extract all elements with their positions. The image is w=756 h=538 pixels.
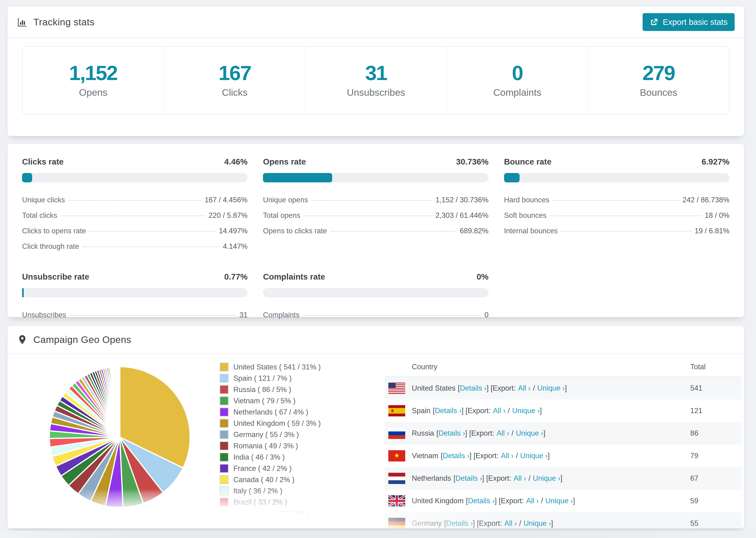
geo-pie-chart[interactable] bbox=[43, 360, 196, 513]
export-all-link[interactable]: All › bbox=[514, 474, 526, 482]
legend-label: Brazil ( 33 / 2% ) bbox=[233, 498, 287, 507]
country-total: 121 bbox=[690, 406, 702, 415]
legend-swatch bbox=[220, 374, 229, 383]
export-basic-stats-button[interactable]: Export basic stats bbox=[643, 13, 735, 31]
tracking-stats-card: Tracking stats Export basic stats 1,152 … bbox=[7, 6, 744, 136]
legend-swatch bbox=[220, 385, 229, 394]
rates-card: Clicks rate 4.46% Unique clicks 167 / 4.… bbox=[7, 143, 744, 317]
rate-progress-bar bbox=[263, 288, 488, 297]
export-all-link[interactable]: All › bbox=[493, 406, 506, 415]
rate-detail-row: Complaints 0 bbox=[263, 307, 488, 323]
export-all-link[interactable]: All › bbox=[497, 429, 509, 437]
export-all-link[interactable]: All › bbox=[504, 519, 517, 527]
country-name: Vietnam bbox=[412, 452, 438, 460]
page-bottom-strip bbox=[0, 531, 756, 538]
dotted-leader bbox=[82, 246, 220, 247]
rate-row-value: 689.82% bbox=[460, 227, 488, 235]
table-row: Russia[Details ›] [Export:All ›/Unique ›… bbox=[385, 422, 741, 445]
legend-item[interactable]: Russia ( 86 / 5% ) bbox=[220, 385, 321, 394]
rate-row-value: 18 / 0% bbox=[705, 211, 729, 220]
legend-label: Netherlands ( 67 / 4% ) bbox=[233, 408, 308, 416]
details-link[interactable]: Details › bbox=[443, 452, 469, 460]
stat-label: Bounces bbox=[640, 87, 677, 98]
dotted-leader bbox=[89, 231, 216, 232]
rate-row-label: Complaints bbox=[263, 311, 299, 319]
rate-value: 0.77% bbox=[224, 272, 247, 282]
rate-row-value: 1,152 / 30.736% bbox=[436, 196, 489, 204]
export-unique-link[interactable]: Unique › bbox=[520, 452, 548, 460]
legend-swatch bbox=[220, 486, 229, 496]
export-unique-link[interactable]: Unique › bbox=[545, 497, 573, 505]
clicks-rate-section: Clicks rate 4.46% Unique clicks 167 / 4.… bbox=[22, 157, 247, 254]
rate-detail-row: Click through rate 4.147% bbox=[22, 239, 247, 254]
dotted-leader bbox=[330, 231, 457, 232]
rate-row-value: 19 / 6.81% bbox=[695, 227, 729, 235]
details-link[interactable]: Details › bbox=[435, 406, 461, 415]
details-link[interactable]: Details › bbox=[456, 474, 482, 482]
gb-flag-icon bbox=[388, 495, 405, 507]
legend-swatch bbox=[220, 396, 229, 405]
legend-item[interactable]: Italy ( 36 / 2% ) bbox=[220, 486, 321, 496]
legend-item[interactable]: India ( 46 / 3% ) bbox=[220, 453, 321, 462]
dotted-leader bbox=[553, 200, 679, 201]
rate-detail-row: Unique clicks 167 / 4.456% bbox=[22, 192, 247, 208]
geo-title: Campaign Geo Opens bbox=[33, 334, 131, 345]
rate-detail-row: Opens to clicks rate 689.82% bbox=[263, 223, 488, 239]
legend-item[interactable]: United Kingdom ( 59 / 3% ) bbox=[220, 419, 321, 428]
complaints-rate-section: Complaints rate 0% Complaints 0 bbox=[263, 272, 488, 323]
country-name: United States bbox=[412, 384, 456, 392]
legend-item[interactable]: Romania ( 49 / 3% ) bbox=[220, 441, 321, 451]
stat-label: Unsubscribes bbox=[347, 87, 405, 98]
export-all-link[interactable]: All › bbox=[518, 384, 531, 392]
legend-item[interactable]: Canada ( 40 / 2% ) bbox=[220, 475, 321, 484]
rate-value: 4.46% bbox=[224, 157, 247, 166]
country-name: United Kingdom bbox=[412, 497, 464, 505]
legend-item[interactable]: Brazil ( 33 / 2% ) bbox=[220, 498, 321, 507]
rate-title: Bounce rate bbox=[504, 157, 552, 166]
legend-item[interactable]: Vietnam ( 79 / 5% ) bbox=[220, 396, 321, 405]
details-link[interactable]: Details › bbox=[438, 429, 465, 437]
export-icon bbox=[650, 18, 659, 27]
rate-detail-row: Clicks to opens rate 14.497% bbox=[22, 223, 247, 239]
export-unique-link[interactable]: Unique › bbox=[523, 519, 551, 527]
rate-row-label: Unique clicks bbox=[22, 196, 65, 204]
legend-item[interactable]: Germany ( 55 / 3% ) bbox=[220, 430, 321, 439]
export-button-label: Export basic stats bbox=[663, 17, 728, 27]
export-unique-link[interactable]: Unique › bbox=[537, 384, 565, 392]
export-all-link[interactable]: All › bbox=[526, 497, 539, 505]
details-link[interactable]: Details › bbox=[460, 384, 487, 392]
export-unique-link[interactable]: Unique › bbox=[516, 429, 543, 437]
export-unique-link[interactable]: Unique › bbox=[512, 406, 540, 415]
legend-swatch bbox=[220, 498, 229, 507]
rate-value: 6.927% bbox=[702, 157, 729, 166]
country-name: Netherlands bbox=[412, 474, 451, 482]
legend-item[interactable]: Spain ( 121 / 7% ) bbox=[220, 374, 321, 383]
legend-item[interactable]: Netherlands ( 67 / 4% ) bbox=[220, 407, 321, 417]
legend-item[interactable]: South Africa ( 29 / 2% ) bbox=[220, 509, 321, 518]
export-unique-link[interactable]: Unique › bbox=[533, 474, 561, 482]
legend-swatch bbox=[220, 475, 229, 484]
rate-detail-row: Hard bounces 242 / 86.738% bbox=[504, 192, 729, 208]
rate-progress-bar bbox=[22, 173, 247, 183]
geo-table: Country Total United States[Details ›] [… bbox=[385, 357, 741, 529]
rate-row-label: Unsubscribes bbox=[22, 311, 66, 319]
rate-detail-row: Internal bounces 19 / 6.81% bbox=[504, 223, 729, 239]
legend-item[interactable]: United States ( 541 / 31% ) bbox=[220, 362, 321, 372]
legend-label: Italy ( 36 / 2% ) bbox=[233, 487, 282, 495]
stat-label: Opens bbox=[79, 87, 107, 98]
dotted-leader bbox=[68, 200, 201, 201]
rate-row-value: 167 / 4.456% bbox=[205, 196, 248, 204]
us-flag-icon bbox=[388, 383, 405, 394]
rate-title: Clicks rate bbox=[22, 157, 64, 166]
details-link[interactable]: Details › bbox=[446, 519, 473, 527]
stat-value: 279 bbox=[642, 63, 675, 83]
rate-row-value: 31 bbox=[240, 311, 247, 319]
legend-swatch bbox=[220, 441, 229, 451]
export-all-link[interactable]: All › bbox=[501, 452, 513, 460]
details-link[interactable]: Details › bbox=[468, 497, 495, 505]
rate-progress-bar bbox=[263, 173, 488, 183]
legend-item[interactable]: France ( 42 / 2% ) bbox=[220, 464, 321, 473]
country-total: 541 bbox=[690, 384, 702, 393]
rate-title: Unsubscribe rate bbox=[22, 272, 89, 282]
table-header-country: Country bbox=[412, 357, 437, 377]
